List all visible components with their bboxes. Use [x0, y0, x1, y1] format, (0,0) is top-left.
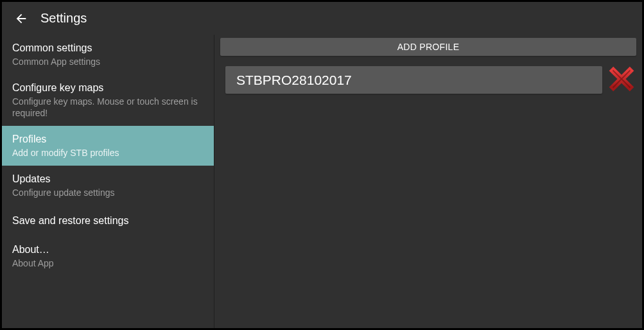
sidebar-item-updates[interactable]: Updates Configure update settings: [2, 166, 214, 205]
delete-profile-button[interactable]: [606, 66, 636, 94]
sidebar-item-sub: Configure key maps. Mouse or touch scree…: [12, 96, 204, 119]
profile-row: STBPRO28102017: [220, 66, 636, 94]
add-profile-button[interactable]: ADD PROFILE: [220, 38, 636, 56]
sidebar-item-label: Configure key maps: [12, 82, 204, 94]
sidebar-item-label: Updates: [12, 173, 204, 186]
sidebar-item-label: Save and restore settings: [12, 214, 204, 227]
content-pane: ADD PROFILE STBPRO28102017: [214, 35, 642, 328]
sidebar-item-label: Profiles: [12, 133, 204, 146]
sidebar-item-about[interactable]: About… About App: [2, 236, 214, 276]
header-bar: Settings: [2, 2, 642, 35]
sidebar: Common settings Common App settings Conf…: [2, 35, 214, 328]
sidebar-item-save-restore[interactable]: Save and restore settings: [2, 205, 214, 236]
body-container: Common settings Common App settings Conf…: [2, 35, 642, 328]
sidebar-item-sub: About App: [12, 257, 204, 269]
back-icon[interactable]: [13, 11, 29, 26]
close-icon: [607, 65, 636, 96]
app-window: Settings Common settings Common App sett…: [2, 2, 642, 328]
sidebar-item-profiles[interactable]: Profiles Add or modify STB profiles: [2, 126, 214, 166]
sidebar-item-sub: Common App settings: [12, 56, 204, 67]
sidebar-item-sub: Add or modify STB profiles: [12, 147, 204, 159]
profile-name: STBPRO28102017: [236, 73, 352, 88]
sidebar-item-label: About…: [12, 243, 204, 256]
profile-item[interactable]: STBPRO28102017: [225, 66, 602, 94]
sidebar-item-label: Common settings: [12, 42, 204, 55]
sidebar-item-sub: Configure update settings: [12, 187, 204, 198]
page-title: Settings: [40, 11, 87, 26]
sidebar-item-keymaps[interactable]: Configure key maps Configure key maps. M…: [2, 74, 214, 126]
sidebar-item-common[interactable]: Common settings Common App settings: [2, 35, 214, 74]
